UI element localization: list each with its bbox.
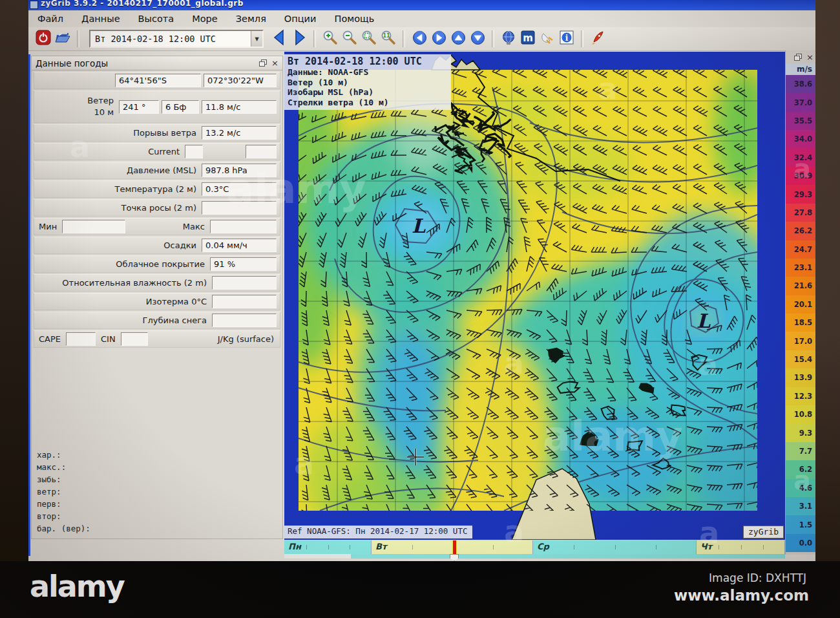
note-line: перв: [37,498,278,510]
value-cell: 91 % [210,257,277,271]
value-cell [212,314,277,327]
row-label: Current [36,146,184,158]
weather-row-10: Облачное покрытие91 % [34,255,280,273]
float-icon[interactable] [259,59,267,67]
svg-text:11: 11 [383,33,390,39]
value-cell: 0.3°C [202,182,277,196]
chevron-down-icon[interactable]: ▼ [251,31,262,47]
value-cell: 241 ° [119,100,159,114]
next-timestep-button[interactable] [291,30,308,47]
window-titlebar[interactable]: zyGrib 3.9.2 - 20140217_170001_global.gr… [28,0,815,10]
panel-title: Данные погоды [36,58,108,69]
timestep-combobox[interactable]: Вт 2014-02-18 12:00 UTC▼ [89,30,264,48]
window-left-border [28,54,30,556]
map-legend-overlay: Вт 2014-02-18 12:00 UTCДанные: NOAA-GFSВ… [284,54,451,110]
value-cell [246,145,277,158]
svg-text:m: m [523,32,533,44]
scale-entry: 10.8 [786,405,815,423]
weather-map[interactable]: LL Вт 2014-02-18 12:00 UTCДанные: NOAA-G… [284,52,785,540]
note-line: хар.: [37,449,278,461]
row-label: CIN [97,334,120,344]
scale-entry: 37.0 [786,93,815,111]
menu-item-6[interactable]: Опции [275,12,326,25]
svg-text:L: L [697,310,711,332]
zoom-in-button[interactable] [322,30,339,47]
folder-open-icon [54,30,71,48]
zygrib-brand-label: zyGrib [743,526,784,538]
slider-track[interactable] [284,554,785,559]
scale-entry: 18.5 [786,314,815,332]
sea-state-notes: хар.:макс.:зыбь:ветр:перв:втор:бар. (вер… [37,449,278,535]
value-cell: 6 Бф [162,100,199,114]
value-cell [212,276,277,290]
download-grib-button[interactable] [539,30,556,47]
scale-entry: 12.3 [786,387,815,405]
toolbar-separator [313,30,316,47]
current-time-marker[interactable] [452,540,457,554]
zoom-actual-button[interactable]: 11 [380,30,397,47]
globe-button[interactable] [500,30,517,47]
menu-item-3[interactable]: Высота [129,12,184,25]
window-title: zyGrib 3.9.2 - 20140217_170001_global.gr… [41,0,244,8]
pan-right-button[interactable] [430,30,447,47]
menu-item-1[interactable]: Файл [28,12,72,25]
menu-item-4[interactable]: Море [183,12,227,25]
scale-entry: 38.6 [786,75,815,93]
time-slider[interactable]: ПнВтСрЧт [284,540,785,559]
svg-text:i: i [565,34,569,43]
value-cell: 64°41'56"S [115,74,201,87]
pan-up-button[interactable] [450,30,467,47]
toolbar-separator [403,30,405,47]
toolbar-separator [492,30,494,47]
scale-entry: 26.2 [786,222,815,240]
menu-item-2[interactable]: Данные [72,12,129,25]
row-label: Давление (MSL) [36,165,200,176]
rocket-icon [590,30,606,48]
update-button[interactable] [589,30,606,47]
prev-timestep-button[interactable] [271,30,288,47]
scale-entry: 9.3 [786,423,815,442]
value-cell [210,220,277,233]
plug-icon [540,30,556,48]
scale-entry: 6.2 [786,460,815,478]
scale-entry: 3.1 [786,497,815,515]
weather-row-8: МинМакс [34,218,280,235]
timeline-day-Ср[interactable]: Ср [533,540,697,554]
pan-down-button[interactable] [469,30,486,47]
weather-row-2: Ветер 10 м241 °6 Бф11.8 м/с [34,91,280,123]
weather-row-4: Current [34,143,280,160]
about-button[interactable]: i [558,30,575,47]
scale-unit-label: m/s [786,63,815,75]
svg-text:L: L [412,215,426,237]
zoom-out-button[interactable] [341,30,358,47]
timeline-day-Пн[interactable]: Пн [284,540,372,554]
scale-close-icon[interactable]: × [806,54,814,61]
stock-website: www.alamy.com [674,587,809,604]
magnifier-minus-icon [342,30,358,48]
slider-thumb[interactable] [450,554,459,561]
menu-item-7[interactable]: Помощь [325,12,383,25]
circle-arrow-up-icon [450,30,467,48]
row-label: Глубина снега [36,315,211,326]
close-icon[interactable]: × [271,59,278,67]
scale-float-icon[interactable] [794,54,802,61]
open-file-button[interactable] [54,30,71,47]
scale-entry: 35.5 [786,112,815,130]
zoom-select-button[interactable] [361,30,377,47]
pan-left-button[interactable] [411,30,428,47]
row-label: Ветер 10 м [36,95,118,118]
quit-button[interactable] [35,30,52,47]
note-line: зыбь: [37,473,278,485]
toolbar-separator [581,30,583,47]
value-cell: 072°30'22"W [204,74,277,87]
timeline-day-Чт[interactable]: Чт [697,540,785,554]
note-line: втор: [37,510,278,522]
meteotable-button[interactable]: m [520,30,536,47]
arrow-left-icon [271,29,288,48]
row-label: Порывы ветра [36,127,200,139]
value-cell: 987.8 hPa [202,164,277,177]
stock-photo-bar: alamy Image ID: DXHTTJ www.alamy.com [0,561,840,618]
zygrib-window: zyGrib 3.9.2 - 20140217_170001_global.gr… [28,0,815,561]
menu-item-5[interactable]: Земля [227,12,275,25]
grib-reference-text: Ref NOAA-GFS: Пн 2014-02-17 12:00 UTC [284,526,472,538]
